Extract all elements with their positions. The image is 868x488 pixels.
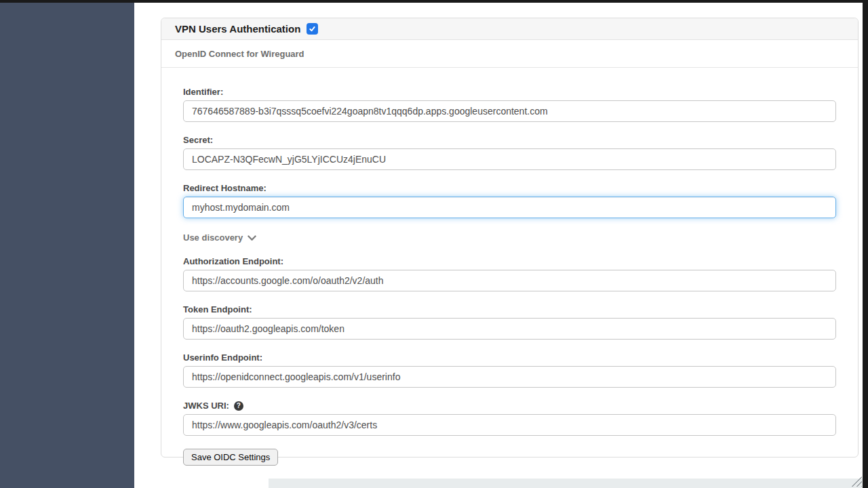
identifier-field-group: Identifier: [183,87,836,122]
help-icon[interactable]: ? [234,401,243,411]
panel-subtitle: OpenID Connect for Wireguard [175,49,304,59]
token-endpoint-label: Token Endpoint: [183,304,836,315]
panel-subheader: OpenID Connect for Wireguard [161,40,858,68]
chevron-down-icon [248,235,256,241]
token-endpoint-field-group: Token Endpoint: [183,304,836,340]
use-discovery-toggle[interactable]: Use discovery [183,232,256,243]
panel-title: VPN Users Authentication [175,23,300,35]
jwks-uri-label: JWKS URI: [183,401,229,411]
userinfo-endpoint-field-group: Userinfo Endpoint: [183,352,836,388]
userinfo-endpoint-input[interactable] [183,366,836,388]
sidebar [0,3,134,488]
authorization-endpoint-label: Authorization Endpoint: [183,256,836,267]
panel-header: VPN Users Authentication [161,18,858,40]
redirect-hostname-label: Redirect Hostname: [183,183,836,194]
jwks-uri-field-group: JWKS URI: ? [183,401,836,436]
jwks-uri-input[interactable] [183,414,836,436]
secret-input[interactable] [183,148,836,170]
footer-band [269,479,868,488]
use-discovery-label: Use discovery [183,232,243,243]
vpn-users-auth-checkbox[interactable] [307,23,318,35]
window-top-edge [0,0,868,3]
redirect-hostname-field-group: Redirect Hostname: [183,183,836,218]
identifier-input[interactable] [183,100,836,122]
secret-field-group: Secret: [183,135,836,170]
oidc-settings-panel: VPN Users Authentication OpenID Connect … [161,18,859,458]
checkmark-icon [309,25,316,33]
save-oidc-settings-button[interactable]: Save OIDC Settings [183,449,278,466]
window-right-edge [863,0,868,488]
token-endpoint-input[interactable] [183,318,836,340]
authorization-endpoint-input[interactable] [183,270,836,291]
secret-label: Secret: [183,135,836,146]
redirect-hostname-input[interactable] [183,197,836,218]
authorization-endpoint-field-group: Authorization Endpoint: [183,256,836,291]
oidc-form: Identifier: Secret: Redirect Hostname: U… [161,68,858,466]
identifier-label: Identifier: [183,87,836,98]
userinfo-endpoint-label: Userinfo Endpoint: [183,352,836,363]
